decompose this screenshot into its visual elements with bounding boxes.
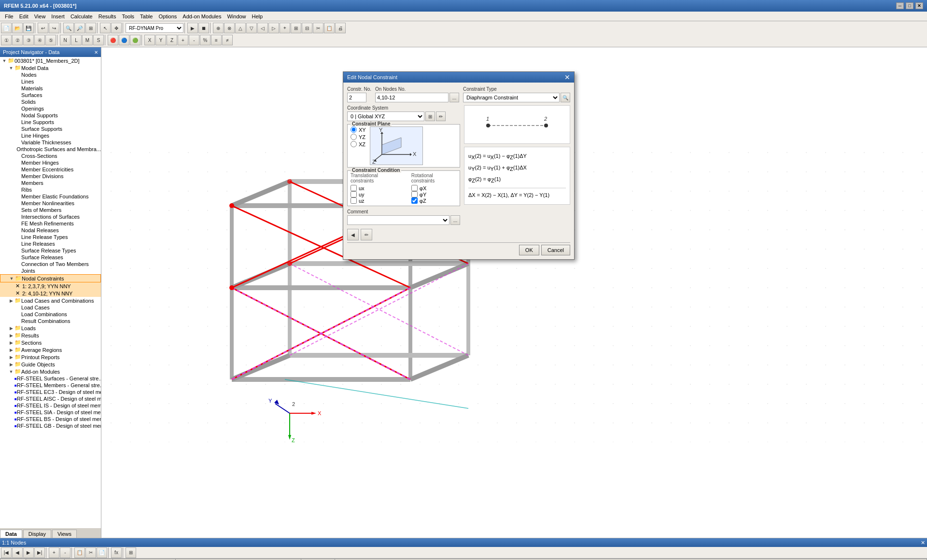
tb9[interactable]: △	[235, 23, 246, 33]
tb40[interactable]: ≠	[222, 35, 233, 45]
table-tb7[interactable]: 📋	[74, 547, 85, 558]
tb22[interactable]: ②	[12, 35, 23, 45]
tree-member-div[interactable]: Member Divisions	[0, 173, 101, 180]
tree-rf-steel-is[interactable]: ■ RF-STEEL IS - Design of steel mem...	[0, 402, 101, 409]
constr-no-input[interactable]	[347, 93, 366, 102]
menu-help[interactable]: Help	[249, 13, 266, 20]
tree-nodes[interactable]: Nodes	[0, 71, 101, 78]
tree-container[interactable]: ▼ 📁 003801* [01_Members_2D] ▼ 📁 Model Da…	[0, 57, 101, 528]
tree-surfaces[interactable]: Surfaces	[0, 92, 101, 98]
nav-tab-display[interactable]: Display	[23, 530, 51, 538]
zoom-in-btn[interactable]: 🔍	[63, 23, 74, 33]
tb21[interactable]: ①	[1, 35, 12, 45]
tb31[interactable]: 🔵	[119, 35, 129, 45]
tree-conn-two[interactable]: Connection of Two Members	[0, 261, 101, 267]
table-tb2[interactable]: ◀	[12, 547, 23, 558]
tb29[interactable]: S	[93, 35, 104, 45]
menu-edit[interactable]: Edit	[16, 13, 31, 20]
tree-rf-steel-gb[interactable]: ■ RF-STEEL GB - Design of steel mer...	[0, 422, 101, 429]
tree-addon-modules[interactable]: ▼ 📁 Add-on Modules	[0, 368, 101, 375]
tb10[interactable]: ▽	[246, 23, 257, 33]
tree-lines[interactable]: Lines	[0, 78, 101, 85]
tree-project-root[interactable]: ▼ 📁 003801* [01_Members_2D]	[0, 57, 101, 64]
menu-insert[interactable]: Insert	[48, 13, 68, 20]
table-tb5[interactable]: +	[49, 547, 59, 558]
tree-toggle-root[interactable]: ▼	[1, 58, 8, 63]
tb16[interactable]: ✂	[313, 23, 323, 33]
tree-rf-steel-bs[interactable]: ■ RF-STEEL BS - Design of steel mem...	[0, 416, 101, 422]
close-button[interactable]: ✕	[915, 2, 923, 9]
prev-btn[interactable]: ◀	[347, 229, 359, 240]
tree-joints[interactable]: Joints	[0, 267, 101, 274]
tb38[interactable]: %	[200, 35, 211, 45]
tree-avg-regions[interactable]: ▶📁Average Regions	[0, 346, 101, 353]
px-checkbox[interactable]	[411, 185, 418, 191]
tree-cross-sections[interactable]: Cross-Sections	[0, 153, 101, 159]
tree-toggle-model[interactable]: ▼	[8, 66, 14, 70]
tb15[interactable]: ⊟	[302, 23, 312, 33]
constraint-type-combo[interactable]: Diaphragm Constraint	[463, 93, 560, 102]
stop-btn[interactable]: ⏹	[198, 23, 209, 33]
tb23[interactable]: ③	[23, 35, 34, 45]
comment-input[interactable]	[347, 215, 449, 225]
menu-file[interactable]: File	[2, 13, 16, 20]
tree-intersections[interactable]: Intersections of Surfaces	[0, 213, 101, 220]
tree-loads[interactable]: ▶📁Loads	[0, 324, 101, 332]
py-checkbox[interactable]	[411, 191, 418, 197]
save-btn[interactable]: 💾	[23, 23, 34, 33]
new-btn[interactable]: 📄	[1, 23, 12, 33]
nav-tab-views[interactable]: Views	[52, 530, 77, 538]
tree-line-releases[interactable]: Line Releases	[0, 240, 101, 247]
tb39[interactable]: ≡	[211, 35, 222, 45]
menu-view[interactable]: View	[31, 13, 49, 20]
ok-button[interactable]: OK	[519, 245, 539, 255]
tb7[interactable]: ⊕	[213, 23, 224, 33]
uy-checkbox[interactable]	[351, 191, 357, 197]
tree-surface-releases[interactable]: Surface Releases	[0, 254, 101, 261]
tb33[interactable]: X	[144, 35, 155, 45]
tree-fe-mesh[interactable]: FE Mesh Refinements	[0, 220, 101, 227]
plane-yz-radio[interactable]	[351, 134, 357, 140]
tb35[interactable]: Z	[167, 35, 177, 45]
uz-checkbox[interactable]	[351, 197, 357, 204]
coord-sys-btn2[interactable]: ✏	[436, 112, 446, 121]
tree-nc-1[interactable]: ✕ 1: 2,3,7,9; YYN NNY	[0, 282, 101, 290]
on-nodes-browse-btn[interactable]: ...	[449, 93, 459, 102]
tree-load-comb[interactable]: Load Combinations	[0, 311, 101, 318]
on-nodes-input[interactable]	[375, 93, 449, 102]
undo-btn[interactable]: ↩	[38, 23, 48, 33]
tree-load-cases[interactable]: Load Cases	[0, 304, 101, 311]
tree-rf-steel-aisc[interactable]: ■ RF-STEEL AISC - Design of steel m...	[0, 395, 101, 402]
tree-sections[interactable]: ▶📁Sections	[0, 339, 101, 346]
tree-sets-members[interactable]: Sets of Members	[0, 207, 101, 213]
tb36[interactable]: +	[178, 35, 188, 45]
pz-checkbox[interactable]	[411, 197, 418, 204]
tree-model-data[interactable]: ▼ 📁 Model Data	[0, 64, 101, 71]
tree-surface-supports[interactable]: Surface Supports	[0, 126, 101, 132]
menu-window[interactable]: Window	[224, 13, 249, 20]
tree-surface-release-types[interactable]: Surface Release Types	[0, 247, 101, 254]
tree-line-release-types[interactable]: Line Release Types	[0, 234, 101, 240]
open-btn[interactable]: 📂	[12, 23, 23, 33]
table-tb4[interactable]: ▶|	[34, 547, 45, 558]
tree-load-cases-folder[interactable]: ▶ 📁 Load Cases and Combinations	[0, 297, 101, 304]
edit-nodal-constraint-dialog[interactable]: Edit Nodal Constraint ✕ Constr. No. On N…	[343, 71, 575, 260]
tb17[interactable]: 📋	[324, 23, 335, 33]
menu-options[interactable]: Options	[155, 13, 180, 20]
table-tb3[interactable]: ▶	[23, 547, 34, 558]
tb27[interactable]: L	[71, 35, 82, 45]
maximize-button[interactable]: □	[906, 2, 913, 9]
minimize-button[interactable]: ─	[896, 2, 904, 9]
tb30[interactable]: 🔴	[108, 35, 118, 45]
tree-materials[interactable]: Materials	[0, 85, 101, 92]
tree-result-comb[interactable]: Result Combinations	[0, 318, 101, 324]
tree-var-thick[interactable]: Variable Thicknesses	[0, 139, 101, 146]
table-tb-sort[interactable]: ⊞	[126, 547, 136, 558]
tree-printout[interactable]: ▶📁Printout Reports	[0, 353, 101, 361]
table-fx[interactable]: fx	[111, 547, 122, 558]
tree-openings[interactable]: Openings	[0, 105, 101, 112]
tb11[interactable]: ◁	[257, 23, 268, 33]
coord-sys-btn1[interactable]: ⊞	[425, 112, 435, 121]
dialog-close-btn[interactable]: ✕	[564, 74, 570, 81]
tree-nodal-supports[interactable]: Nodal Supports	[0, 112, 101, 119]
